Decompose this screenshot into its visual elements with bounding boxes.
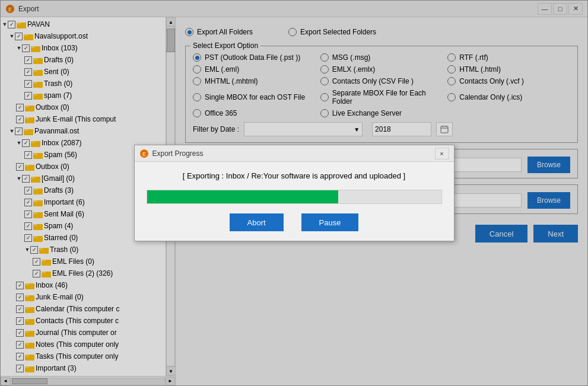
modal-buttons: Abort Pause (147, 213, 442, 231)
modal-title-bar: E Export Progress × (135, 145, 454, 162)
modal-overlay: E Export Progress × [ Exporting : Inbox … (0, 0, 588, 386)
svg-text:E: E (142, 151, 145, 157)
exporting-status-text: [ Exporting : Inbox / Re:Your software i… (147, 171, 442, 180)
progress-bar-container (147, 190, 442, 204)
abort-button[interactable]: Abort (230, 213, 284, 231)
modal-close-button[interactable]: × (435, 148, 449, 159)
export-progress-modal: E Export Progress × [ Exporting : Inbox … (134, 145, 454, 241)
export-progress-icon: E (139, 149, 149, 158)
modal-title-text: Export Progress (152, 149, 204, 158)
pause-button[interactable]: Pause (301, 213, 359, 231)
modal-body: [ Exporting : Inbox / Re:Your software i… (135, 162, 454, 241)
progress-bar-fill (147, 190, 338, 203)
modal-title-left: E Export Progress (139, 149, 204, 158)
